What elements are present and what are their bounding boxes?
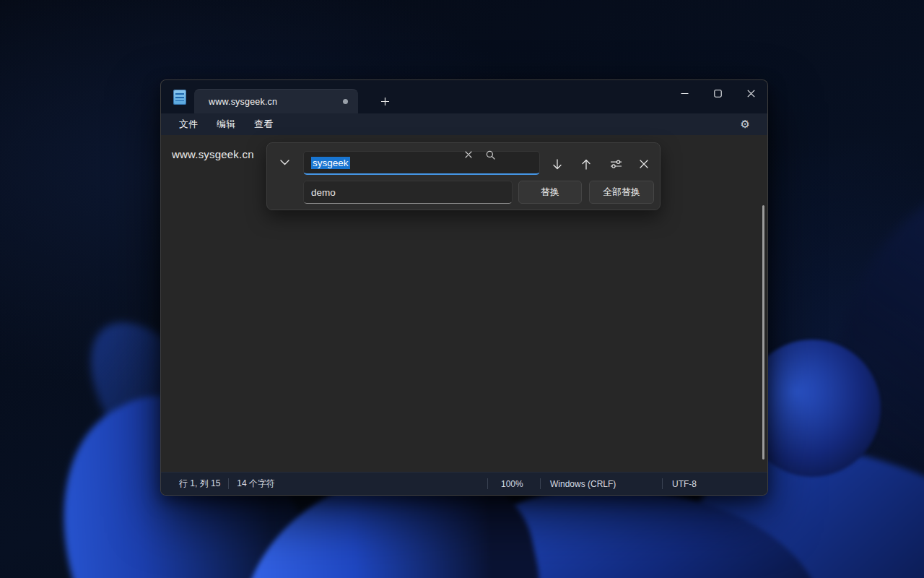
clear-search-button[interactable] [460,147,477,163]
editor-textarea[interactable]: www.sysgeek.cn sysgeek [161,135,767,472]
statusbar-divider [228,478,229,489]
tab-label: www.sysgeek.cn [209,97,343,107]
find-next-button[interactable] [546,152,569,176]
eol-value: Windows (CRLF) [550,479,616,489]
search-button[interactable] [481,147,499,163]
minimize-button[interactable] [668,80,701,106]
editor-text: www.sysgeek.cn [172,148,254,160]
unsaved-dot-icon [343,99,348,104]
cursor-position-label: 行 1, 列 15 [179,478,220,490]
dialog-close-icon [640,160,648,168]
options-sliders-icon [610,159,622,169]
new-tab-plus-icon [380,97,390,106]
window-controls [668,80,767,106]
vertical-scrollbar-thumb[interactable] [762,205,764,460]
encoding-label: UTF-8 [663,473,767,495]
zoom-level-label: 100% [488,473,540,495]
find-replace-dialog: sysgeek [266,142,661,210]
find-input[interactable]: sysgeek [303,151,540,175]
zoom-value: 100% [501,479,523,489]
arrow-up-icon [581,159,591,170]
minimize-icon [681,90,689,98]
replace-button[interactable]: 替换 [518,181,582,204]
statusbar-left: 行 1, 列 15 14 个字符 [161,478,275,490]
replace-all-button[interactable]: 全部替换 [589,181,654,204]
tab-www-sysgeek[interactable]: www.sysgeek.cn [194,89,358,113]
gear-icon[interactable]: ⚙ [733,116,757,133]
maximize-button[interactable] [701,80,734,106]
close-icon [747,90,755,98]
char-count-label: 14 个字符 [237,478,275,490]
statusbar-right: 100% Windows (CRLF) UTF-8 [487,473,767,495]
arrow-down-icon [552,159,562,170]
new-tab-button[interactable] [375,92,395,111]
chevron-down-icon [280,160,289,165]
replace-input-value: demo [311,187,336,198]
menu-view[interactable]: 查看 [246,115,281,134]
titlebar[interactable]: www.sysgeek.cn [161,80,767,113]
notepad-app-icon [173,90,186,105]
clear-x-icon [465,151,472,158]
search-icon [486,150,495,160]
notepad-window: www.sysgeek.cn [160,79,768,496]
maximize-icon [714,90,722,98]
menu-file[interactable]: 文件 [171,115,206,134]
search-options-button[interactable] [604,152,627,176]
close-button[interactable] [734,80,767,106]
menu-edit[interactable]: 编辑 [209,115,243,134]
find-input-value: sysgeek [311,157,350,169]
expand-replace-button[interactable] [274,152,295,173]
replace-input[interactable]: demo [303,181,513,204]
statusbar: 行 1, 列 15 14 个字符 100% Windows (CRLF) UTF… [161,472,767,495]
close-find-dialog-button[interactable] [632,152,655,176]
find-previous-button[interactable] [575,152,598,176]
menubar: 文件 编辑 查看 ⚙ [161,113,767,135]
line-ending-label: Windows (CRLF) [541,473,662,495]
encoding-value: UTF-8 [672,479,697,489]
